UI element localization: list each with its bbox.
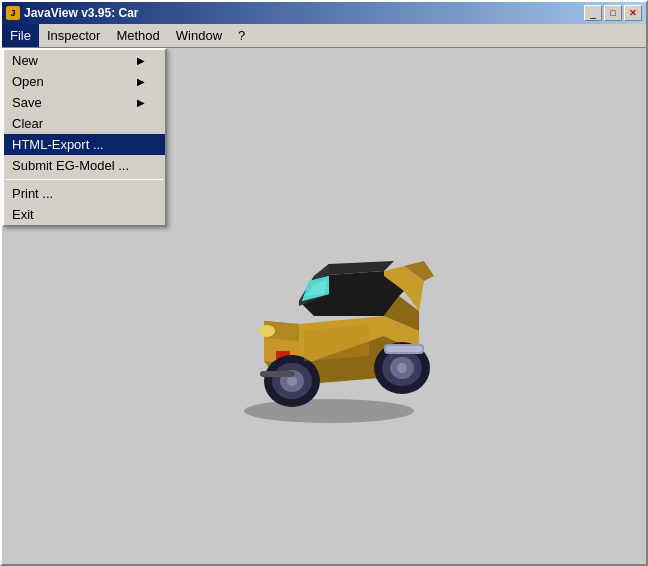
menu-item-submit-eg[interactable]: Submit EG-Model ... xyxy=(4,155,165,176)
menu-window[interactable]: Window xyxy=(168,24,230,47)
menu-item-print[interactable]: Print ... xyxy=(4,183,165,204)
car-model xyxy=(184,176,464,436)
menu-inspector[interactable]: Inspector xyxy=(39,24,108,47)
menu-file[interactable]: File xyxy=(2,24,39,47)
menu-item-new[interactable]: New ▶ xyxy=(4,50,165,71)
new-arrow: ▶ xyxy=(137,55,145,66)
menu-help[interactable]: ? xyxy=(230,24,253,47)
title-bar: J JavaView v3.95: Car xyxy=(2,2,646,24)
title-buttons xyxy=(584,5,642,21)
menu-separator xyxy=(6,179,163,180)
svg-rect-25 xyxy=(386,346,422,352)
menu-item-save[interactable]: Save ▶ xyxy=(4,92,165,113)
menu-item-open[interactable]: Open ▶ xyxy=(4,71,165,92)
file-dropdown: New ▶ Open ▶ Save ▶ Clear HTML-Export ..… xyxy=(2,48,167,227)
title-bar-left: J JavaView v3.95: Car xyxy=(6,6,139,20)
app-icon: J xyxy=(6,6,20,20)
close-button[interactable] xyxy=(624,5,642,21)
menu-item-clear[interactable]: Clear xyxy=(4,113,165,134)
window-title: JavaView v3.95: Car xyxy=(24,6,139,20)
menu-item-exit[interactable]: Exit xyxy=(4,204,165,225)
menu-item-html-export[interactable]: HTML-Export ... xyxy=(4,134,165,155)
maximize-button[interactable] xyxy=(604,5,622,21)
svg-rect-26 xyxy=(260,371,295,377)
main-window: J JavaView v3.95: Car File Inspector Met… xyxy=(0,0,648,566)
svg-point-19 xyxy=(287,376,297,386)
menu-method[interactable]: Method xyxy=(108,24,167,47)
svg-point-0 xyxy=(244,399,414,423)
open-arrow: ▶ xyxy=(137,76,145,87)
save-arrow: ▶ xyxy=(137,97,145,108)
svg-point-23 xyxy=(397,363,407,373)
svg-point-28 xyxy=(259,325,275,337)
menu-bar: File Inspector Method Window ? New ▶ Ope… xyxy=(2,24,646,48)
minimize-button[interactable] xyxy=(584,5,602,21)
